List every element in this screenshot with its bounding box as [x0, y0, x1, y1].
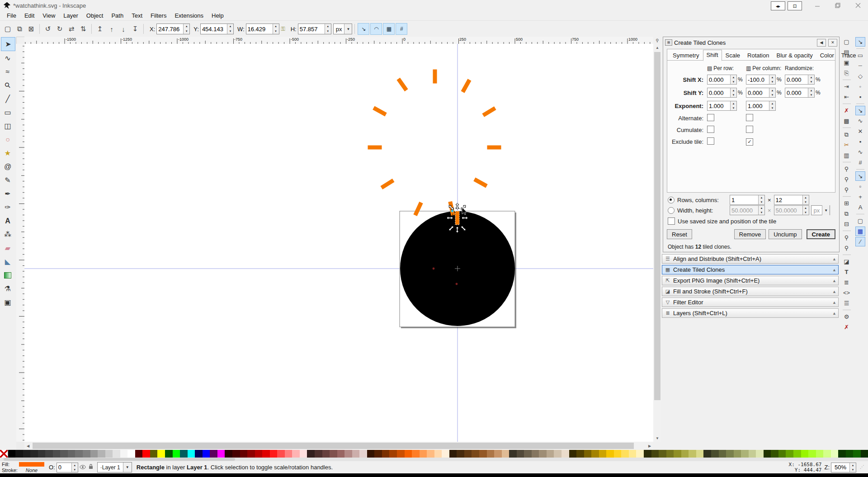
zoom-drawing-icon[interactable]: ⚲: [842, 175, 852, 184]
color-swatch[interactable]: [666, 450, 674, 458]
color-swatch[interactable]: [307, 450, 315, 458]
copy-icon[interactable]: ⧉: [842, 130, 852, 139]
color-swatch[interactable]: [359, 450, 367, 458]
tab-color[interactable]: Color: [816, 50, 838, 61]
resize-grip[interactable]: ⋰: [860, 464, 866, 471]
snap-grid-icon[interactable]: ▦: [855, 227, 865, 236]
reset-button[interactable]: Reset: [667, 229, 692, 239]
tool-selector[interactable]: ➤: [1, 37, 15, 51]
color-swatch[interactable]: [38, 450, 46, 458]
color-swatch[interactable]: [374, 450, 382, 458]
color-swatch[interactable]: [808, 450, 816, 458]
color-swatch[interactable]: [180, 450, 188, 458]
unclump-button[interactable]: Unclump: [769, 229, 802, 239]
import-icon[interactable]: ⇥: [842, 82, 852, 91]
color-swatch[interactable]: [217, 450, 225, 458]
menu-view[interactable]: View: [38, 11, 59, 20]
color-swatch[interactable]: [405, 450, 412, 458]
color-swatch[interactable]: [344, 450, 352, 458]
color-swatch[interactable]: [853, 450, 861, 458]
color-swatch[interactable]: [8, 450, 16, 458]
minimize-button[interactable]: [807, 0, 827, 11]
snap-bbox-icon[interactable]: ▭: [855, 51, 865, 60]
checkbox[interactable]: ✓: [746, 138, 753, 146]
scale-stroke-toggle[interactable]: ↘: [358, 23, 369, 35]
clone-icon[interactable]: ⧉: [842, 209, 852, 218]
dockbar-filter-editor[interactable]: ▽Filter Editor▲: [662, 298, 839, 307]
dockbar-create-tiled-clones[interactable]: ▦Create Tiled Clones▲: [662, 265, 839, 274]
ruler-zoom-icon[interactable]: ⚲: [653, 37, 661, 44]
color-swatch[interactable]: [861, 450, 868, 458]
document-new-icon[interactable]: ▢: [842, 37, 852, 47]
scale-handle[interactable]: [456, 203, 459, 209]
zoom-page-icon[interactable]: ⚲: [842, 185, 852, 194]
collapse-arrow-icon[interactable]: ▲: [832, 268, 836, 272]
menu-help[interactable]: Help: [208, 11, 228, 20]
tab-blur-opacity[interactable]: Blur & opacity: [773, 50, 816, 61]
color-swatch[interactable]: [756, 450, 764, 458]
color-swatch[interactable]: [352, 450, 360, 458]
shift-x-v3[interactable]: ▲▼%: [785, 75, 824, 85]
deselect-icon[interactable]: ⊠: [25, 23, 37, 35]
snap-nodes-icon[interactable]: ↘: [855, 106, 865, 115]
preferences-icon[interactable]: ⚙: [842, 312, 852, 321]
y-field[interactable]: ▲▼: [200, 24, 234, 34]
snap-rotation-centers-icon[interactable]: +: [855, 192, 865, 202]
raise-to-top-icon[interactable]: ↥: [94, 23, 106, 35]
color-swatch[interactable]: [734, 450, 741, 458]
opacity-field[interactable]: ▲▼: [57, 463, 78, 472]
pattern-icon[interactable]: ▩: [842, 116, 852, 126]
color-swatch[interactable]: [621, 450, 629, 458]
color-swatch[interactable]: [98, 450, 105, 458]
clone-tick[interactable]: [473, 178, 487, 188]
color-swatch[interactable]: [539, 450, 547, 458]
color-swatch[interactable]: [457, 450, 464, 458]
rotate-ccw-icon[interactable]: ↺: [42, 23, 54, 35]
color-swatch[interactable]: [15, 450, 23, 458]
zoom-selection-icon[interactable]: ⚲: [842, 164, 852, 174]
rows-input[interactable]: ▲▼: [730, 195, 765, 205]
tool-tweak[interactable]: ≈: [1, 65, 14, 78]
menu-extensions[interactable]: Extensions: [170, 11, 208, 20]
current-layer-select[interactable]: -Layer 1▼: [97, 462, 132, 472]
vertical-scrollbar[interactable]: ▲ ▼: [653, 44, 661, 442]
menu-path[interactable]: Path: [107, 11, 127, 20]
tab-scale[interactable]: Scale: [722, 50, 744, 61]
color-swatch[interactable]: [83, 450, 90, 458]
menu-object[interactable]: Object: [82, 11, 108, 20]
color-swatch[interactable]: [150, 450, 158, 458]
tool-text[interactable]: A: [1, 214, 14, 227]
exponent-v1[interactable]: ▲▼: [707, 101, 746, 111]
color-swatch[interactable]: [636, 450, 644, 458]
snap-cusp-nodes-icon[interactable]: ▪: [855, 137, 865, 146]
layers-dialog-icon[interactable]: ≣: [842, 278, 852, 287]
zoom-field[interactable]: ▲▼: [831, 463, 856, 472]
horizontal-scrollbar[interactable]: ◀ ▶: [24, 442, 653, 450]
color-swatch[interactable]: [494, 450, 502, 458]
menu-file[interactable]: File: [3, 11, 20, 20]
color-swatch[interactable]: [831, 450, 839, 458]
menu-filters[interactable]: Filters: [146, 11, 170, 20]
tool-spiral[interactable]: @: [1, 160, 14, 173]
color-swatch[interactable]: [210, 450, 217, 458]
color-swatch[interactable]: [285, 450, 292, 458]
tool-zoom[interactable]: ⚲: [1, 79, 14, 92]
snap-others-icon[interactable]: ↘: [855, 171, 865, 181]
color-swatch[interactable]: [464, 450, 472, 458]
restore-button[interactable]: [827, 0, 848, 11]
snap-bbox-centers-icon[interactable]: ▪: [855, 92, 865, 102]
dockbar-layers[interactable]: ≣Layers (Shift+Ctrl+L)▲: [662, 308, 839, 318]
scroll-right-icon[interactable]: ▶: [646, 442, 653, 450]
document-properties-icon[interactable]: ✗: [842, 322, 852, 332]
color-swatch[interactable]: [173, 450, 180, 458]
delete-icon[interactable]: ✗: [842, 106, 852, 115]
shift-y-v1[interactable]: ▲▼%: [707, 88, 746, 98]
clone-tick[interactable]: [373, 106, 387, 117]
tool-ellipse[interactable]: ○: [1, 133, 14, 146]
color-swatch[interactable]: [165, 450, 173, 458]
color-swatch[interactable]: [689, 450, 696, 458]
find-replace-icon[interactable]: ⚲: [842, 243, 852, 253]
color-swatch[interactable]: [479, 450, 487, 458]
tile-unit-select[interactable]: px▼: [811, 205, 830, 215]
dockbar-export-png-image[interactable]: ⇱Export PNG Image (Shift+Ctrl+E)▲: [662, 276, 839, 285]
